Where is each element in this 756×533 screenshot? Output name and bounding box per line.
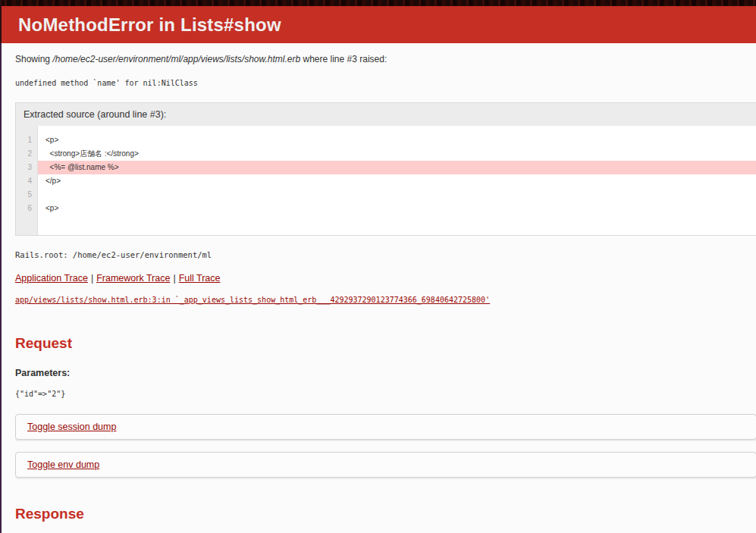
parameters-value: {"id"=>"2"}: [15, 389, 741, 400]
main-content: Showing /home/ec2-user/environment/ml/ap…: [0, 52, 756, 533]
line-number: 3: [21, 161, 32, 174]
showing-prefix: Showing: [15, 54, 52, 64]
trace-frame-link[interactable]: app/views/lists/show.html.erb:3:in `_app…: [15, 296, 490, 304]
trace-frame-row: app/views/lists/show.html.erb:3:in `_app…: [15, 293, 741, 307]
extracted-source-header: Extracted source (around line #3):: [16, 103, 756, 126]
request-heading: Request: [15, 334, 741, 353]
parameters-label: Parameters:: [15, 366, 741, 380]
code-line: <p>: [38, 202, 756, 215]
browser-top-edge: [0, 0, 756, 6]
application-trace-link[interactable]: Application Trace: [15, 273, 88, 284]
code-line: <strong>店舗名 :</strong>: [38, 147, 756, 161]
trace-link-separator: |: [170, 273, 178, 284]
rails-root: Rails.root: /home/ec2-user/environment/m…: [15, 248, 741, 262]
showing-line: Showing /home/ec2-user/environment/ml/ap…: [15, 52, 741, 66]
code-line: [38, 188, 756, 202]
full-trace-link[interactable]: Full Trace: [179, 273, 221, 284]
line-number-gutter: 1 2 3 4 5 6: [16, 126, 38, 235]
line-number: 4: [21, 174, 32, 188]
toggle-session-dump-link[interactable]: Toggle session dump: [27, 422, 116, 432]
framework-trace-link[interactable]: Framework Trace: [96, 273, 170, 284]
line-number: 6: [21, 202, 32, 215]
line-number: 1: [21, 133, 32, 147]
response-heading: Response: [15, 505, 741, 523]
line-number: 5: [21, 188, 32, 202]
code-line: </p>: [38, 174, 756, 188]
trace-link-separator: |: [88, 273, 96, 284]
code-line: <p>: [38, 133, 756, 147]
session-dump-box: Toggle session dump: [15, 414, 756, 440]
source-code-area: 1 2 3 4 5 6 <p> <strong>店舗名 :</strong> <…: [16, 126, 756, 235]
code-line-active: <%= @list.name %>: [38, 161, 756, 174]
env-dump-box: Toggle env dump: [15, 452, 756, 478]
toggle-env-dump-link[interactable]: Toggle env dump: [27, 459, 99, 470]
browser-left-edge: [0, 0, 2, 533]
showing-suffix: where line #3 raised:: [300, 54, 387, 64]
line-number: 2: [21, 147, 32, 161]
page-title: NoMethodError in Lists#show: [18, 14, 738, 35]
error-file-path: /home/ec2-user/environment/ml/app/views/…: [52, 54, 300, 64]
code-lines: <p> <strong>店舗名 :</strong> <%= @list.nam…: [38, 126, 756, 235]
error-message: undefined method `name' for nil:NilClass: [15, 78, 741, 89]
trace-links: Application Trace|Framework Trace|Full T…: [15, 271, 741, 285]
error-header: NoMethodError in Lists#show: [0, 6, 756, 43]
extracted-source-panel: Extracted source (around line #3): 1 2 3…: [15, 102, 756, 236]
